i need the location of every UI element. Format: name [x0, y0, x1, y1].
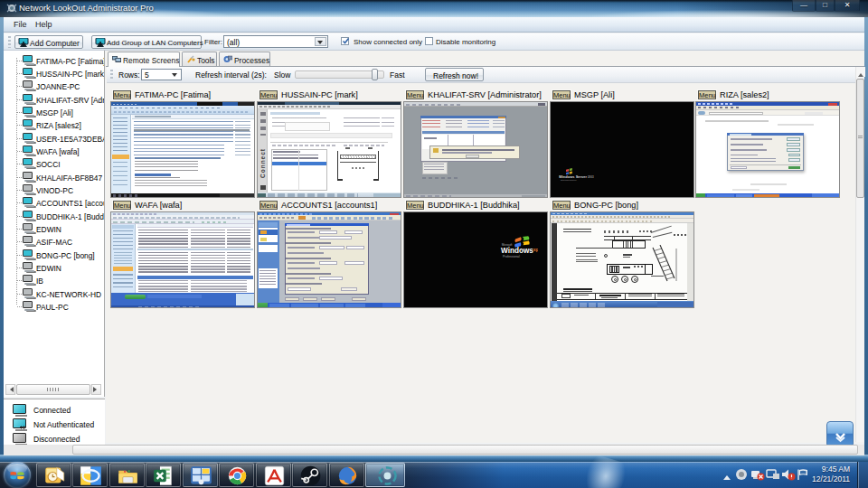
svg-text:Professional: Professional: [503, 255, 520, 258]
svg-text:Standard Edition: Standard Edition: [561, 179, 577, 182]
